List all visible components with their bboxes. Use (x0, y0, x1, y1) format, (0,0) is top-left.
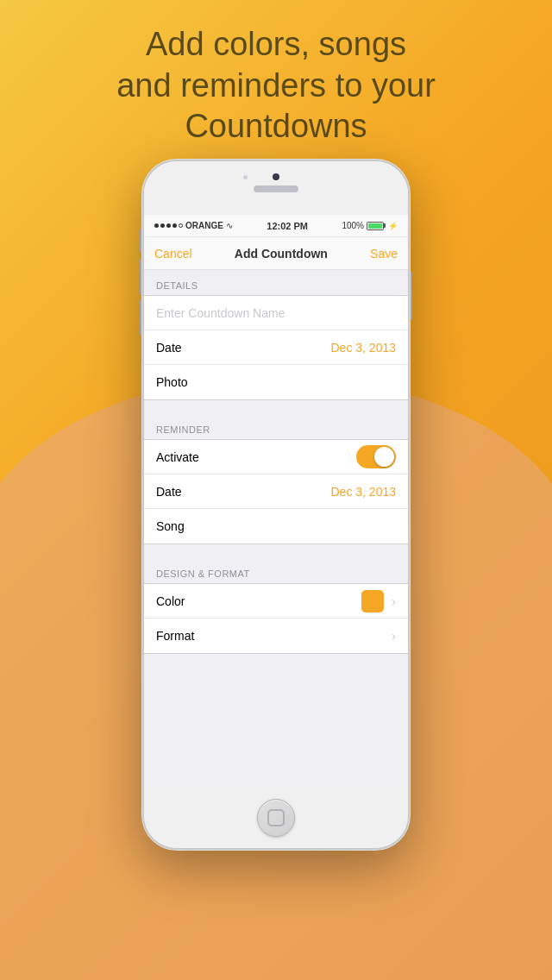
reminder-section-header: REMINDER (144, 414, 408, 439)
carrier-name: ORANGE (185, 221, 223, 230)
reminder-date-label: Date (156, 485, 182, 499)
phone-mockup: ORANGE ∿ 12:02 PM 100% ⚡ Cancel Add Coun… (142, 160, 410, 850)
design-section-header: DESIGN & FORMAT (144, 558, 408, 583)
date-value: Dec 3, 2013 (331, 341, 397, 355)
design-table: Color › Format › (144, 583, 408, 654)
phone-bottom-bezel (144, 788, 408, 848)
signal-dot-2 (160, 223, 165, 228)
headline: Add colors, songs and reminders to your … (0, 24, 552, 148)
wifi-icon: ∿ (226, 221, 233, 230)
color-label: Color (156, 594, 185, 608)
color-chevron-icon: › (392, 594, 396, 608)
home-button[interactable] (257, 799, 295, 837)
name-placeholder[interactable]: Enter Countdown Name (156, 306, 285, 320)
format-label: Format (156, 629, 194, 643)
headline-line1: Add colors, songs (0, 24, 552, 66)
signal-strength (154, 223, 183, 228)
status-right: 100% ⚡ (342, 221, 398, 230)
reminder-table: Activate Date Dec 3, 2013 Song (144, 439, 408, 544)
camera (273, 173, 279, 180)
song-label: Song (156, 519, 185, 533)
details-section: DETAILS Enter Countdown Name Date Dec 3,… (144, 270, 408, 400)
battery-indicator (367, 222, 386, 230)
speaker (254, 185, 298, 192)
design-section: DESIGN & FORMAT Color › Format › (144, 558, 408, 654)
song-row[interactable]: Song (144, 509, 408, 543)
battery-tip (384, 223, 386, 228)
save-button[interactable]: Save (370, 247, 398, 261)
signal-dot-5 (179, 223, 183, 228)
details-section-header: DETAILS (144, 270, 408, 295)
status-left: ORANGE ∿ (154, 221, 233, 230)
toggle-knob (374, 447, 394, 467)
home-icon (267, 809, 285, 826)
date-label: Date (156, 341, 182, 355)
signal-dot-1 (154, 223, 159, 228)
charging-icon: ⚡ (388, 222, 398, 230)
battery-body (367, 222, 384, 230)
countdown-name-row[interactable]: Enter Countdown Name (144, 296, 408, 330)
battery-percentage: 100% (342, 221, 364, 230)
phone-body: ORANGE ∿ 12:02 PM 100% ⚡ Cancel Add Coun… (142, 160, 410, 850)
reminder-date-row[interactable]: Date Dec 3, 2013 (144, 474, 408, 509)
battery-fill (368, 223, 382, 229)
headline-line3: Countdowns (0, 106, 552, 148)
signal-dot-4 (172, 223, 177, 228)
color-row[interactable]: Color › (144, 584, 408, 619)
sensor-dot (243, 175, 248, 179)
status-bar: ORANGE ∿ 12:02 PM 100% ⚡ (144, 215, 408, 237)
activate-label: Activate (156, 450, 199, 464)
photo-label: Photo (156, 375, 188, 389)
format-row[interactable]: Format › (144, 619, 408, 653)
color-swatch[interactable] (361, 590, 384, 612)
activate-row[interactable]: Activate (144, 440, 408, 474)
headline-line2: and reminders to your (0, 66, 552, 107)
photo-row[interactable]: Photo (144, 365, 408, 399)
power-button (410, 272, 412, 320)
format-chevron-icon: › (392, 629, 396, 643)
color-row-right: › (361, 590, 396, 612)
navigation-bar: Cancel Add Countdown Save (144, 237, 408, 270)
signal-dot-3 (166, 223, 171, 228)
phone-top-bezel (144, 161, 408, 215)
screen-content: DETAILS Enter Countdown Name Date Dec 3,… (144, 270, 408, 788)
date-row[interactable]: Date Dec 3, 2013 (144, 330, 408, 365)
reminder-date-value: Dec 3, 2013 (331, 485, 397, 499)
nav-title: Add Countdown (235, 247, 328, 261)
cancel-button[interactable]: Cancel (154, 247, 192, 261)
details-table: Enter Countdown Name Date Dec 3, 2013 Ph… (144, 295, 408, 400)
reminder-section: REMINDER Activate Date Dec 3, 2013 Song (144, 414, 408, 544)
activate-toggle[interactable] (356, 445, 396, 468)
status-time: 12:02 PM (267, 221, 308, 231)
